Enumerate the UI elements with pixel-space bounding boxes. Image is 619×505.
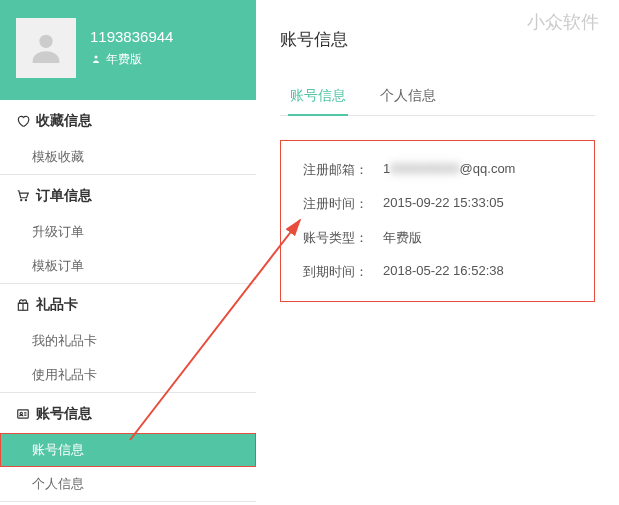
sidebar: 1193836944 年费版 收藏信息 模板收藏 订单信息 升级订单 模板订单 … xyxy=(0,0,256,505)
badge-label: 年费版 xyxy=(106,51,142,68)
svg-rect-5 xyxy=(18,410,29,418)
nav-section-gift: 礼品卡 我的礼品卡 使用礼品卡 xyxy=(0,284,256,393)
nav-header-gift: 礼品卡 xyxy=(0,284,256,324)
info-row-expire: 到期时间： 2018-05-22 16:52:38 xyxy=(303,263,572,281)
user-icon xyxy=(90,53,102,65)
email-value: 1XXXXXXXX@qq.com xyxy=(383,161,515,179)
watermark: 小众软件 xyxy=(527,10,599,34)
nav-item-template-orders[interactable]: 模板订单 xyxy=(0,249,256,283)
type-value: 年费版 xyxy=(383,229,422,247)
tabs: 账号信息 个人信息 xyxy=(280,79,595,116)
nav-item-use-gift[interactable]: 使用礼品卡 xyxy=(0,358,256,392)
info-row-reg-time: 注册时间： 2015-09-22 15:33:05 xyxy=(303,195,572,213)
nav-header-account: 账号信息 xyxy=(0,393,256,433)
nav-section-account: 账号信息 账号信息 个人信息 xyxy=(0,393,256,502)
membership-badge: 年费版 xyxy=(90,51,142,68)
email-label: 注册邮箱： xyxy=(303,161,383,179)
nav-header-orders: 订单信息 xyxy=(0,175,256,215)
nav-item-upgrade-orders[interactable]: 升级订单 xyxy=(0,215,256,249)
svg-point-6 xyxy=(20,412,22,414)
svg-point-1 xyxy=(95,56,98,59)
svg-point-0 xyxy=(39,35,52,48)
cart-icon xyxy=(16,189,30,203)
heart-icon xyxy=(16,114,30,128)
id-card-icon xyxy=(16,407,30,421)
account-info-box: 注册邮箱： 1XXXXXXXX@qq.com 注册时间： 2015-09-22 … xyxy=(280,140,595,302)
type-label: 账号类型： xyxy=(303,229,383,247)
tab-account-info[interactable]: 账号信息 xyxy=(288,79,348,115)
gift-icon xyxy=(16,298,30,312)
username: 1193836944 xyxy=(90,28,173,45)
info-row-email: 注册邮箱： 1XXXXXXXX@qq.com xyxy=(303,161,572,179)
main-content: 账号信息 账号信息 个人信息 注册邮箱： 1XXXXXXXX@qq.com 注册… xyxy=(256,0,619,505)
nav-item-my-gift[interactable]: 我的礼品卡 xyxy=(0,324,256,358)
nav-item-account-info[interactable]: 账号信息 xyxy=(0,433,256,467)
tab-personal-info[interactable]: 个人信息 xyxy=(378,79,438,115)
expire-value: 2018-05-22 16:52:38 xyxy=(383,263,504,281)
info-row-type: 账号类型： 年费版 xyxy=(303,229,572,247)
svg-point-3 xyxy=(25,200,26,201)
reg-time-value: 2015-09-22 15:33:05 xyxy=(383,195,504,213)
nav-header-favorites: 收藏信息 xyxy=(0,100,256,140)
nav-section-favorites: 收藏信息 模板收藏 xyxy=(0,100,256,175)
svg-point-2 xyxy=(21,200,22,201)
reg-time-label: 注册时间： xyxy=(303,195,383,213)
nav-item-template-favorites[interactable]: 模板收藏 xyxy=(0,140,256,174)
nav-section-orders: 订单信息 升级订单 模板订单 xyxy=(0,175,256,284)
avatar xyxy=(16,18,76,78)
nav-item-personal-info[interactable]: 个人信息 xyxy=(0,467,256,501)
expire-label: 到期时间： xyxy=(303,263,383,281)
profile-header: 1193836944 年费版 xyxy=(0,0,256,100)
